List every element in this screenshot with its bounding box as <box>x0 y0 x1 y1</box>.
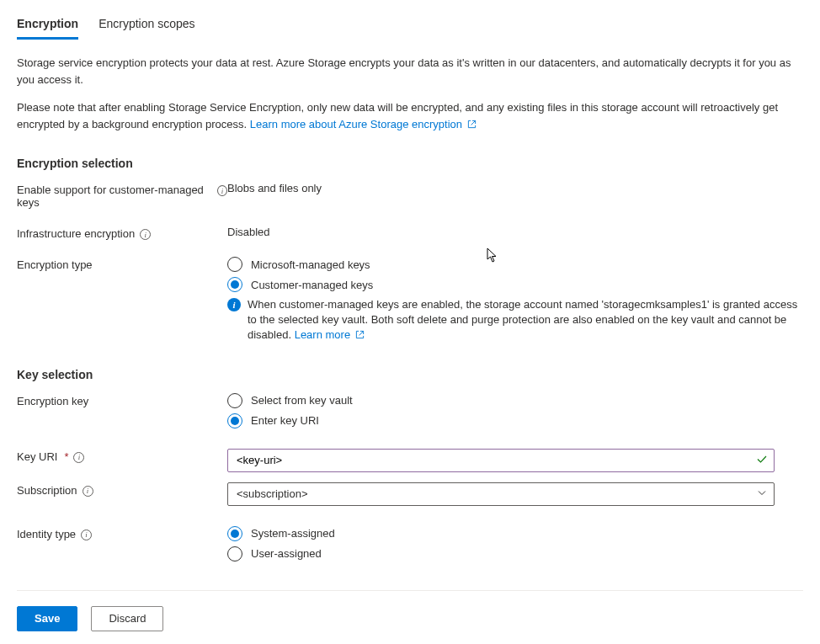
key-selection-heading: Key selection <box>17 368 803 381</box>
infrastructure-encryption-label: Infrastructure encryption i <box>17 226 227 240</box>
radio-customer-managed[interactable]: Customer-managed keys <box>227 277 803 292</box>
info-icon[interactable]: i <box>81 530 92 540</box>
subscription-value: <subscription> <box>237 487 308 500</box>
external-link-icon <box>467 117 477 134</box>
radio-icon <box>227 277 242 292</box>
radio-microsoft-managed[interactable]: Microsoft-managed keys <box>227 257 803 272</box>
subscription-label: Subscription i <box>17 482 227 497</box>
learn-more-cmk-link[interactable]: Learn more <box>295 328 365 341</box>
customer-managed-info-text: When customer-managed keys are enabled, … <box>248 297 803 344</box>
radio-icon <box>227 413 242 428</box>
tab-encryption[interactable]: Encryption <box>17 17 78 40</box>
key-uri-label: Key URI* i <box>17 449 227 463</box>
infrastructure-encryption-value: Disabled <box>227 226 803 238</box>
key-uri-input[interactable] <box>227 449 775 472</box>
radio-label: System-assigned <box>251 527 335 540</box>
external-link-icon <box>355 328 365 343</box>
radio-icon <box>227 393 242 408</box>
radio-user-assigned[interactable]: User-assigned <box>227 546 803 562</box>
enable-support-label: Enable support for customer-managed keys… <box>17 182 227 209</box>
divider <box>17 590 803 591</box>
encryption-type-label: Encryption type <box>17 257 227 271</box>
subscription-select[interactable]: <subscription> <box>227 482 775 506</box>
encryption-key-label: Encryption key <box>17 393 227 407</box>
description-paragraph-2: Please note that after enabling Storage … <box>17 99 803 133</box>
description-paragraph-1: Storage service encryption protects your… <box>17 55 803 88</box>
info-icon[interactable]: i <box>83 486 93 497</box>
radio-label: User-assigned <box>251 547 322 560</box>
radio-label: Enter key URI <box>251 414 319 427</box>
chevron-down-icon <box>757 487 767 500</box>
info-icon[interactable]: i <box>217 185 227 196</box>
discard-button[interactable]: Discard <box>91 606 163 631</box>
info-badge-icon: i <box>227 298 241 311</box>
radio-select-from-vault[interactable]: Select from key vault <box>227 393 803 408</box>
enable-support-value: Blobs and files only <box>227 182 803 194</box>
radio-label: Customer-managed keys <box>251 279 373 291</box>
radio-label: Microsoft-managed keys <box>251 258 370 271</box>
radio-enter-key-uri[interactable]: Enter key URI <box>227 413 803 428</box>
button-row: Save Discard <box>17 606 803 631</box>
radio-system-assigned[interactable]: System-assigned <box>227 526 803 541</box>
info-icon[interactable]: i <box>73 452 84 463</box>
radio-icon <box>227 257 242 272</box>
info-icon[interactable]: i <box>140 229 151 240</box>
learn-more-encryption-link[interactable]: Learn more about Azure Storage encryptio… <box>250 118 477 130</box>
tabs-bar: Encryption Encryption scopes <box>17 17 803 40</box>
save-button[interactable]: Save <box>17 606 77 631</box>
encryption-selection-heading: Encryption selection <box>17 157 803 170</box>
identity-type-label: Identity type i <box>17 526 227 540</box>
radio-label: Select from key vault <box>251 394 353 407</box>
tab-encryption-scopes[interactable]: Encryption scopes <box>99 17 194 40</box>
radio-icon <box>227 546 242 562</box>
radio-icon <box>227 526 242 541</box>
